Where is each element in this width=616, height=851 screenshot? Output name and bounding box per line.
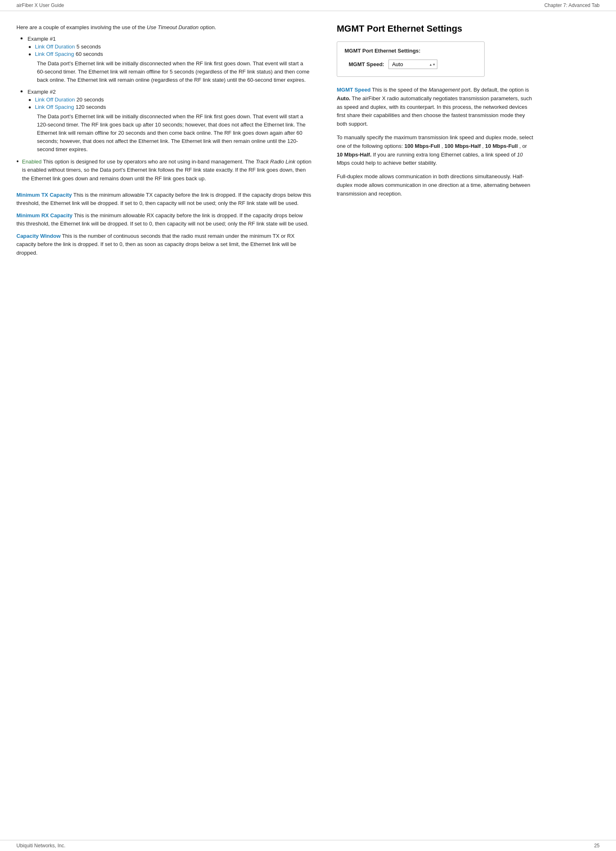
10mbps-italic: 10: [517, 152, 523, 158]
example2-body-text: The Data port's Ethernet link will be in…: [29, 113, 312, 154]
example1-inner: Link Off Duration 5 seconds Link Off Spa…: [21, 44, 312, 84]
example1-spacing-dot: [29, 53, 31, 55]
footer-left: Ubiquiti Networks, Inc.: [16, 843, 65, 849]
mgmt-speed-select[interactable]: Auto10 Mbps-Half10 Mbps-Full100 Mbps-Hal…: [388, 60, 437, 69]
page-footer: Ubiquiti Networks, Inc. 25: [0, 840, 616, 851]
example2-label: Example #2: [28, 89, 56, 95]
example1-duration-item: Link Off Duration 5 seconds: [29, 44, 312, 50]
page-header: airFiber X User Guide Chapter 7: Advance…: [0, 0, 616, 11]
example1-block: Example #1 Link Off Duration 5 seconds L…: [16, 36, 312, 84]
example2-link-off-spacing-label: Link Off Spacing: [35, 104, 74, 110]
example1-label: Example #1: [28, 36, 56, 42]
mgmt-speed-desc: MGMT Speed This is the speed of the Mana…: [337, 86, 534, 129]
main-content: Here are a couple of examples involving …: [0, 11, 616, 286]
mgmt-box-title: MGMT Port Ethernet Settings:: [345, 48, 477, 54]
right-column: MGMT Port Ethernet Settings MGMT Port Et…: [337, 23, 534, 261]
example1-link-off-duration-label: Link Off Duration: [35, 44, 75, 50]
example1-header: Example #1: [21, 36, 312, 42]
duplex-desc: Full-duplex mode allows communication in…: [337, 172, 534, 198]
example1-dot: [21, 37, 23, 39]
min-rx-label: Minimum RX Capacity: [16, 212, 73, 218]
header-left: airFiber X User Guide: [16, 2, 64, 8]
min-tx-paragraph: Minimum TX Capacity This is the minimum …: [16, 191, 312, 207]
mgmt-box: MGMT Port Ethernet Settings: MGMT Speed:…: [337, 41, 485, 77]
enabled-text: Enabled This option is designed for use …: [22, 158, 312, 182]
example2-link-off-spacing-value: 120 seconds: [76, 104, 106, 110]
management-italic: Management: [429, 87, 460, 93]
enabled-bullet: •: [16, 158, 19, 165]
example2-duration-dot: [29, 99, 31, 101]
10mbps-half: 10 Mbps-Half.: [337, 152, 372, 158]
100mbps-full: 100 Mbps-Full: [405, 143, 440, 149]
enabled-block: • Enabled This option is designed for us…: [16, 158, 312, 186]
example2-link-off-duration-label: Link Off Duration: [35, 97, 75, 103]
mgmt-speed-label: MGMT Speed:: [349, 61, 384, 67]
example2-spacing-item: Link Off Spacing 120 seconds: [29, 104, 312, 110]
example2-header: Example #2: [21, 89, 312, 95]
use-timeout-italic: Use Timeout Duration: [147, 24, 198, 30]
example2-duration-item: Link Off Duration 20 seconds: [29, 97, 312, 103]
left-column: Here are a couple of examples involving …: [16, 23, 312, 261]
example1-body-text: The Data port's Ethernet link will be in…: [29, 60, 312, 84]
example1-link-off-duration-value: 5 seconds: [76, 44, 101, 50]
example1-spacing-item: Link Off Spacing 60 seconds: [29, 51, 312, 57]
mgmt-speed-select-wrapper[interactable]: Auto10 Mbps-Half10 Mbps-Full100 Mbps-Hal…: [388, 60, 437, 69]
min-rx-paragraph: Minimum RX Capacity This is the minimum …: [16, 212, 312, 228]
example1-link-off-spacing-value: 60 seconds: [76, 51, 103, 57]
10mbps-full: 10 Mbps-Full: [485, 143, 517, 149]
example2-spacing-dot: [29, 106, 31, 108]
mgmt-speed-row: MGMT Speed: Auto10 Mbps-Half10 Mbps-Full…: [345, 60, 477, 69]
cap-window-paragraph: Capacity Window This is the number of co…: [16, 232, 312, 257]
mgmt-speed-desc-label: MGMT Speed: [337, 87, 370, 93]
min-tx-label: Minimum TX Capacity: [16, 192, 72, 198]
footer-right: 25: [594, 843, 600, 849]
auto-bold: Auto.: [337, 95, 350, 101]
example2-inner: Link Off Duration 20 seconds Link Off Sp…: [21, 97, 312, 154]
track-radio-link-italic: Track Radio Link: [256, 159, 296, 165]
section-title: MGMT Port Ethernet Settings: [337, 23, 534, 34]
100mbps-half: 100 Mbps-Half: [444, 143, 480, 149]
example2-link-off-duration-value: 20 seconds: [76, 97, 104, 103]
example2-block: Example #2 Link Off Duration 20 seconds …: [16, 89, 312, 154]
cap-window-label: Capacity Window: [16, 233, 61, 239]
intro-paragraph: Here are a couple of examples involving …: [16, 23, 312, 32]
enabled-label: Enabled: [22, 159, 42, 165]
example1-duration-dot: [29, 46, 31, 48]
example2-dot: [21, 90, 23, 92]
manual-speed-desc: To manually specify the maximum transmis…: [337, 133, 534, 168]
header-right: Chapter 7: Advanced Tab: [544, 2, 600, 8]
example1-link-off-spacing-label: Link Off Spacing: [35, 51, 74, 57]
